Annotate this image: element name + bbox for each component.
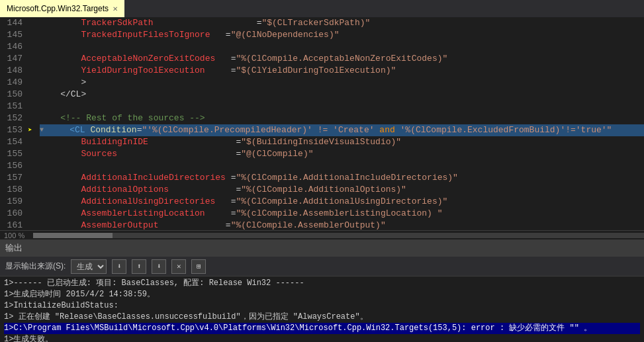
output-show-label: 显示输出来源(S): [5, 261, 66, 272]
file-tab[interactable]: Microsoft.Cpp.Win32.Targets ✕ [0, 0, 124, 17]
output-btn-3[interactable]: ⬇ [152, 259, 166, 274]
editor-area: 1441451461471481491501511521531541551561… [0, 17, 644, 239]
code-line-153: ▼ <CL Condition="'%(ClCompile.Precompile… [40, 124, 644, 136]
output-title: 输出 [5, 242, 23, 254]
tab-close-icon[interactable]: ✕ [113, 5, 118, 13]
h-scrollbar-thumb[interactable] [33, 233, 113, 238]
code-line-158: AdditionalOptions ="%(ClCompile.Addition… [40, 184, 644, 196]
code-container: 1441451461471481491501511521531541551561… [0, 17, 644, 230]
output-line: 1>------ 已启动生成: 项目: BaseClasses, 配置: Rel… [4, 278, 640, 289]
code-line-157: AdditionalIncludeDirectories ="%(ClCompi… [40, 172, 644, 184]
output-line: 1>C:\Program Files\MSBuild\Microsoft.Cpp… [4, 323, 640, 334]
code-line-147: AcceptableNonZeroExitCodes ="%(ClCompile… [40, 53, 644, 65]
tab-bar: Microsoft.Cpp.Win32.Targets ✕ [0, 0, 644, 17]
output-line: 1>生成失败。 [4, 334, 640, 342]
code-line-146 [40, 41, 644, 53]
output-header: 输出 [0, 239, 644, 257]
code-line-151 [40, 101, 644, 112]
arrow-col: ➤ [28, 17, 40, 230]
output-btn-4[interactable]: ✕ [171, 259, 186, 274]
code-line-155: Sources ="@(ClCompile)" [40, 148, 644, 160]
code-line-149: > [40, 77, 644, 89]
output-btn-2[interactable]: ⬆ [132, 259, 146, 274]
output-content: 1>------ 已启动生成: 项目: BaseClasses, 配置: Rel… [0, 277, 644, 342]
output-line: 1>生成启动时间 2015/4/2 14:38:59。 [4, 289, 640, 300]
code-line-144: TrackerSdkPath ="$(CLTrackerSdkPath)" [40, 17, 644, 29]
output-toolbar: 显示输出来源(S): 生成 ⬇ ⬆ ⬇ ✕ ⊞ [0, 257, 644, 277]
code-line-160: AssemblerListingLocation ="%(clCompile.A… [40, 208, 644, 220]
code-line-159: AdditionalUsingDirectories ="%(ClCompile… [40, 196, 644, 208]
code-line-156 [40, 160, 644, 172]
line-numbers-col: 1441451461471481491501511521531541551561… [0, 17, 28, 230]
output-line: 1>InitializeBuildStatus: [4, 300, 640, 312]
code-line-161: AssemblerOutput ="%(ClCompile.AssemblerO… [40, 220, 644, 230]
code-line-145: TrackedInputFilesToIgnore ="@(ClNoDepend… [40, 29, 644, 41]
scrollbar-area: 100 % [0, 230, 644, 239]
zoom-label: 100 % [0, 232, 33, 239]
output-btn-1[interactable]: ⬇ [112, 259, 126, 274]
output-source-select[interactable]: 生成 [71, 259, 107, 274]
code-line-154: BuildingInIDE ="$(BuildingInsideVisualSt… [40, 136, 644, 148]
code-line-150: </CL> [40, 89, 644, 101]
output-panel: 输出 显示输出来源(S): 生成 ⬇ ⬆ ⬇ ✕ ⊞ 1>------ 已启动生… [0, 239, 644, 342]
code-lines[interactable]: TrackerSdkPath ="$(CLTrackerSdkPath)" Tr… [40, 17, 644, 230]
collapse-icon[interactable]: ▼ [40, 124, 48, 136]
tab-label: Microsoft.Cpp.Win32.Targets [7, 4, 109, 13]
code-line-148: YieldDuringToolExecution ="$(ClYieldDuri… [40, 65, 644, 77]
output-line: 1> 正在创建 "Release\BaseClasses.unsuccessfu… [4, 312, 640, 323]
output-btn-5[interactable]: ⊞ [191, 259, 206, 274]
h-scrollbar-track[interactable] [33, 233, 644, 238]
code-line-152: <!-- Rest of the sources --> [40, 112, 644, 124]
